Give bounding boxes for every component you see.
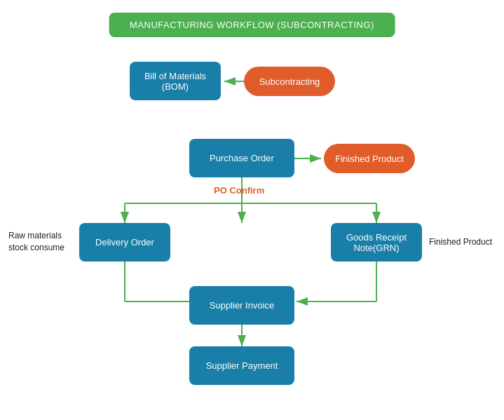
- grn-node: Goods Receipt Note(GRN): [331, 223, 422, 262]
- purchase-order-node: Purchase Order: [189, 139, 294, 177]
- delivery-order-node: Delivery Order: [79, 223, 170, 262]
- supplier-payment-node: Supplier Payment: [189, 346, 294, 385]
- subcontracting-node: Subcontracting: [244, 67, 335, 96]
- supplier-invoice-node: Supplier Invoice: [189, 286, 294, 325]
- raw-materials-label: Raw materials stock consume: [8, 230, 75, 254]
- finished-product-top-node: Finished Product: [324, 144, 415, 173]
- finished-product-right-label: Finished Product: [429, 237, 492, 247]
- title: MANUFACTURING WORKFLOW (SUBCONTRACTING): [109, 13, 395, 37]
- bom-node: Bill of Materials (BOM): [130, 62, 221, 100]
- po-confirm-label: PO Confirm: [214, 185, 264, 196]
- diagram-container: MANUFACTURING WORKFLOW (SUBCONTRACTING): [0, 0, 504, 420]
